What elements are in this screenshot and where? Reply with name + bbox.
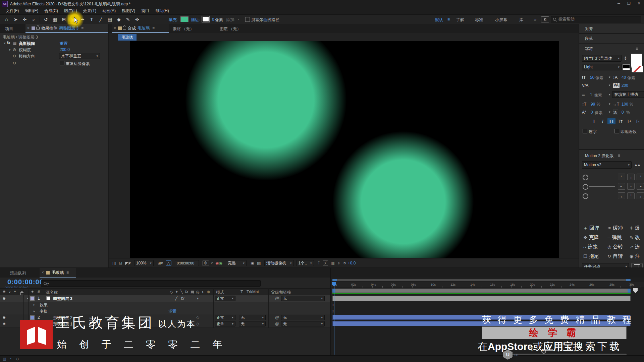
tab-composition[interactable]: × 合成 毛玻璃 ≡ [112, 24, 169, 33]
stroke-type-dropdown[interactable]: 在填充上描边 [612, 91, 644, 98]
layer-row-shape2[interactable]: ◉ 2 形状图层 2 ◇ 正常 ▾ 无 ▾ @ 无 ▾ [0, 314, 330, 321]
playhead-line[interactable] [334, 282, 334, 355]
property-row-effects[interactable]: ▸ 效果 [0, 302, 330, 308]
pixel-aspect-icon[interactable]: ⊺ [318, 261, 320, 265]
expand-caret-icon[interactable]: ▸ [34, 303, 35, 306]
font-style-dropdown[interactable]: Light ▾ [582, 64, 622, 70]
workspace-menu-icon[interactable]: ≡ [447, 17, 450, 22]
chevron-down-icon[interactable]: ▾ [609, 75, 610, 79]
transform-group-label[interactable]: 变换 [40, 309, 48, 314]
eyedropper-icon[interactable]: ✎ [623, 55, 629, 61]
current-time-display[interactable]: 0:00:00:00 [175, 260, 199, 266]
render-status-icon[interactable]: ▤ [3, 357, 6, 361]
workspace-switcher-icon[interactable]: ◩ [541, 16, 549, 22]
tab-timeline-comp[interactable]: × 毛玻璃 ≡ [40, 268, 76, 278]
link-button[interactable]: ↗连 [630, 244, 640, 250]
chevron-down-icon[interactable]: ▾ [609, 83, 610, 87]
magnification-menu-icon[interactable]: ◩▾ [125, 261, 130, 265]
stopwatch-icon[interactable]: ⊙ [13, 47, 16, 52]
layer-label-swatch[interactable] [30, 315, 35, 320]
camera-dropdown[interactable]: 活动摄像机 ▾ [264, 260, 294, 266]
panel-menu-icon[interactable]: ≡ [152, 26, 155, 31]
tab-project[interactable]: 项目 [5, 26, 13, 32]
ease-button[interactable]: ≋缓冲 [607, 225, 623, 231]
monitor-icon[interactable]: ⊡ [119, 261, 122, 265]
layer-name[interactable]: 形状图层 1 [53, 321, 72, 327]
faux-italic-button[interactable]: T [599, 118, 607, 124]
view-layout-dropdown[interactable]: 1个.. ▾ [297, 260, 314, 266]
anchor-center-button[interactable]: ▫ [627, 183, 635, 190]
pick-whip-icon[interactable]: @ [275, 296, 279, 301]
anchor-top-center-button[interactable]: ╷ [627, 174, 635, 180]
workspace-default[interactable]: 默认 [435, 17, 443, 23]
blend-mode-dropdown[interactable]: 正常 ▾ [215, 296, 235, 301]
leading-value[interactable]: 40 [622, 75, 626, 80]
panel-menu-icon[interactable]: ≡ [81, 26, 84, 31]
layer-label-swatch[interactable] [30, 322, 35, 326]
maximize-button[interactable]: ❐ [624, 1, 634, 6]
menu-window[interactable]: 窗口 [138, 8, 152, 14]
expression-status-icon[interactable]: ◇ [16, 357, 19, 361]
repeat-edge-checkbox[interactable] [60, 61, 64, 65]
faux-bold-button[interactable]: T [590, 118, 598, 124]
adjustment-switch-icon[interactable]: ◑ [196, 296, 199, 301]
timeline-search-box[interactable]: ▾ [41, 280, 261, 287]
ligatures-checkbox[interactable] [583, 129, 587, 133]
motion-preset-dropdown[interactable]: Motion v2 ▾ [582, 161, 632, 169]
connect-button[interactable]: ∷连接 [583, 244, 598, 250]
tab-layer[interactable]: 图层 （无） [220, 26, 241, 32]
menu-view[interactable]: 视图(V) [119, 8, 138, 14]
shape-tool[interactable]: ▣ [68, 15, 78, 24]
anchor-top-right-button[interactable]: ⌝ [637, 174, 644, 180]
transparency-grid-icon[interactable]: ▨ [257, 261, 261, 265]
chevron-down-icon[interactable]: ▾ [609, 93, 610, 96]
vertical-scale-value[interactable]: 99 [591, 102, 595, 107]
comp-marker-button[interactable] [633, 288, 638, 293]
zoom-tool[interactable]: ⌕ [29, 15, 38, 23]
trkmat-column[interactable]: TrkMat [247, 290, 259, 294]
align-panel-header[interactable]: 对齐 [579, 24, 644, 34]
eraser-tool[interactable]: ◆ [114, 15, 123, 23]
no-color-swatch[interactable] [632, 66, 643, 72]
tab-footage[interactable]: 素材 （无） [173, 26, 194, 32]
tab-close-icon[interactable]: × [114, 26, 116, 31]
baseline-shift-value[interactable]: 0 [591, 110, 593, 115]
font-family-dropdown[interactable]: 阿里巴巴普惠体 ▾ [582, 55, 622, 62]
hindi-digits-checkbox[interactable] [614, 129, 619, 133]
rotation-tool[interactable]: ↺ [41, 15, 50, 23]
workspace-small-screen[interactable]: 小屏幕 [495, 17, 507, 23]
column-divider[interactable] [28, 288, 29, 328]
slider-track[interactable] [589, 186, 615, 187]
all-caps-button[interactable]: TT [607, 118, 615, 124]
column-divider[interactable] [43, 288, 43, 328]
bezier-checkbox[interactable] [245, 17, 250, 22]
menu-edit[interactable]: 编辑(E) [22, 8, 41, 14]
panel-menu-icon[interactable]: ≡ [618, 153, 620, 158]
keyframe-ibeam-icon[interactable]: I [332, 303, 334, 307]
slider-knob[interactable] [583, 175, 588, 180]
menu-layer[interactable]: 图层(L) [61, 8, 80, 14]
workspace-learn[interactable]: 了解 [456, 17, 464, 23]
parent-dropdown[interactable]: 无 ▾ [281, 321, 325, 326]
menu-composition[interactable]: 合成(C) [41, 8, 61, 14]
comp-flowchart-icon[interactable]: ♁ [337, 261, 340, 265]
jump-button[interactable]: ⌣弹跳 [607, 234, 622, 241]
spin-button[interactable]: ↻自转 [607, 253, 623, 259]
layer-bar-shape2[interactable] [332, 315, 631, 320]
unlock-icon[interactable] [123, 27, 126, 29]
adjustment-switch-icon[interactable]: ◇ [196, 321, 199, 326]
orbit-button[interactable]: ◎公转 [607, 244, 623, 250]
layer-bar-shape1[interactable] [332, 321, 631, 326]
column-divider[interactable] [268, 288, 269, 328]
workspace-library[interactable]: 库 [519, 17, 523, 23]
anchor-bottom-left-button[interactable]: ⌞ [618, 192, 625, 199]
blend-mode-dropdown[interactable]: 正常 ▾ [215, 321, 235, 326]
eye-icon[interactable]: ◉ [3, 315, 6, 319]
pick-whip-icon[interactable]: @ [275, 321, 279, 326]
column-divider[interactable] [23, 288, 24, 328]
blurriness-value[interactable]: 200.0 [60, 47, 70, 52]
tab-effect-controls[interactable]: × 效果控件 调整图层 3 ≡ [25, 24, 108, 33]
stopwatch-icon[interactable]: ⊙ [13, 61, 16, 65]
zoom-out-mountain-icon[interactable]: ▲ [531, 349, 533, 352]
anchor-bottom-center-button[interactable]: ╵ [627, 192, 635, 199]
